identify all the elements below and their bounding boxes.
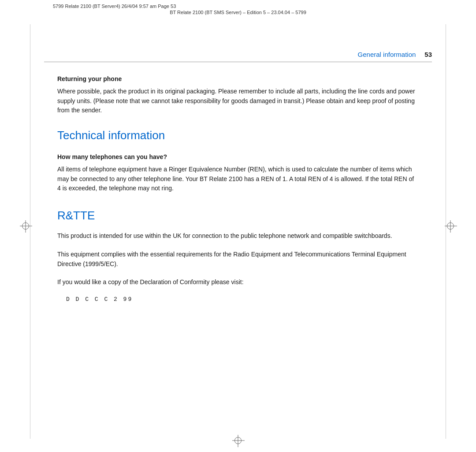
content-area: General information 53 Returning your ph… (44, 24, 432, 439)
returning-phone-section: Returning your phone Where possible, pac… (57, 75, 419, 115)
rtte-heading: R&TTE (57, 209, 419, 222)
right-registration-mark (447, 222, 454, 230)
technical-information-section: Technical information How many telephone… (57, 129, 419, 193)
page-container: 5799 Relate 2100 (BT Server4) 26/4/04 9:… (0, 0, 476, 452)
print-header: 5799 Relate 2100 (BT Server4) 26/4/04 9:… (0, 4, 476, 15)
rtte-paragraph2: This equipment complies with the essenti… (57, 250, 419, 269)
returning-phone-body: Where possible, pack the product in its … (57, 87, 419, 115)
header-page-number: 53 (424, 51, 432, 58)
rtte-section: R&TTE This product is intended for use w… (57, 209, 419, 303)
main-content: Returning your phone Where possible, pac… (44, 75, 432, 303)
print-header-line1: 5799 Relate 2100 (BT Server4) 26/4/04 9:… (44, 4, 432, 9)
right-margin-line (446, 24, 446, 439)
technical-information-heading: Technical information (57, 129, 419, 142)
how-many-telephones-body: All items of telephone equipment have a … (57, 165, 419, 193)
returning-phone-heading: Returning your phone (57, 75, 419, 82)
header-section-title: General information (358, 51, 416, 58)
page-header: General information 53 (44, 24, 432, 62)
how-many-telephones-heading: How many telephones can you have? (57, 153, 419, 160)
print-header-line2: BT Relate 2100 (BT SMS Server) – Edition… (44, 10, 432, 15)
declaration-url: D D C C C 2 99 (57, 296, 419, 303)
left-registration-mark (22, 222, 29, 230)
rtte-paragraph3: If you would like a copy of the Declarat… (57, 278, 419, 287)
left-margin-line (30, 24, 30, 439)
rtte-paragraph1: This product is intended for use within … (57, 231, 419, 241)
